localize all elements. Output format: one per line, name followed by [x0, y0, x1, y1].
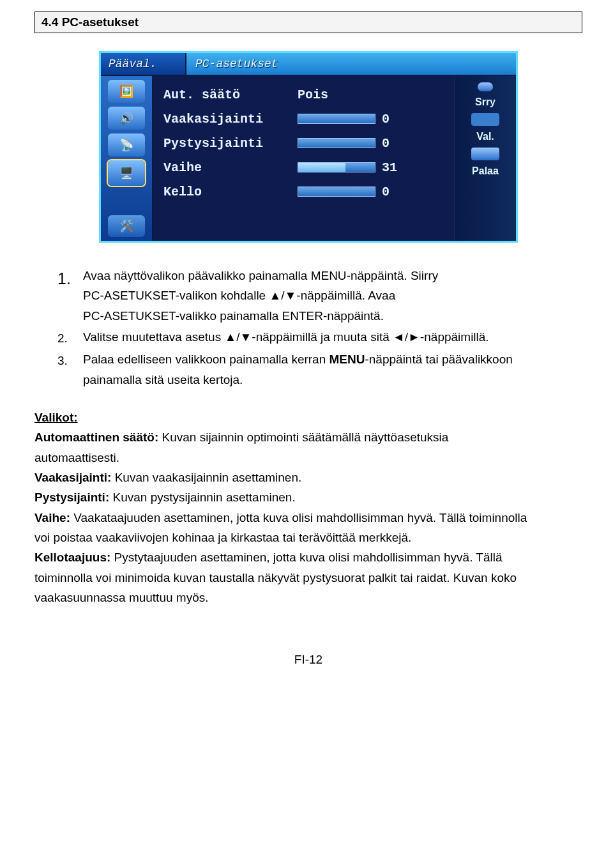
instruction-text: PC-ASETUKSET-valikon kohdalle ▲/▼-näppäi… — [83, 289, 395, 302]
slider-icon — [298, 138, 375, 148]
setting-row-vpos[interactable]: Pystysijainti 0 — [163, 131, 450, 155]
options-descriptions: Valikot: Automaattinen säätö: Kuvan sija… — [34, 407, 582, 607]
slider-icon — [298, 114, 375, 124]
step-number: 1. — [57, 266, 72, 326]
setting-value: 0 — [382, 112, 390, 126]
option-name: Vaihe: — [34, 511, 70, 524]
menu-button-icon — [471, 148, 499, 160]
setting-value: Pois — [298, 88, 328, 102]
option-desc: Kuvan vaakasijainnin asettaminen. — [111, 471, 301, 484]
instruction-list: 1. Avaa näyttövalikon päävalikko painama… — [34, 266, 582, 390]
page-number: FI-12 — [34, 653, 582, 667]
option-desc: toiminnolla voi minimoida kuvan taustall… — [34, 571, 517, 584]
instruction-text: PC-ASETUKSET-valikko painamalla ENTER-nä… — [83, 309, 384, 323]
option-desc: vaakasuunnassa muuttuu myös. — [34, 591, 209, 604]
instruction-text: Palaa edelliseen valikkoon painamalla ke… — [83, 353, 329, 366]
legend-scroll: Srry — [475, 96, 496, 108]
scroll-icon — [478, 82, 493, 91]
setting-value: 0 — [382, 185, 390, 199]
option-name: Vaakasijainti: — [34, 471, 111, 484]
osd-legend: Srry Val. Palaa — [454, 76, 516, 241]
setting-label: Vaakasijainti — [163, 112, 298, 126]
setting-row-phase[interactable]: Vaihe 31 — [163, 155, 450, 179]
option-name: Kellotaajuus: — [34, 551, 110, 564]
option-name: Pystysijainti: — [34, 491, 109, 504]
osd-header-left: Pääval. — [101, 57, 185, 70]
instruction-text: painamalla sitä useita kertoja. — [83, 373, 243, 386]
instruction-text: Avaa näyttövalikon päävalikko painamalla… — [83, 269, 438, 282]
option-name: Automaattinen säätö: — [34, 430, 158, 444]
step-number: 2. — [57, 327, 72, 348]
setting-value: 0 — [382, 136, 390, 151]
option-desc: Kuvan sijainnin optimointi säätämällä nä… — [158, 430, 448, 444]
picture-icon[interactable]: 🖼️ — [108, 80, 145, 103]
sound-icon[interactable]: 🔊 — [108, 107, 145, 130]
step-number: 3. — [57, 349, 72, 390]
setting-label: Vaihe — [163, 160, 298, 175]
slider-icon — [298, 187, 375, 197]
setting-row-hpos[interactable]: Vaakasijainti 0 — [163, 107, 450, 131]
settings-icon[interactable]: 🛠️ — [108, 215, 145, 237]
osd-screenshot: Pääval. PC-asetukset 🖼️ 🔊 📡 🖥️ 🛠️ Aut. s… — [34, 51, 582, 243]
valikot-heading: Valikot: — [34, 411, 78, 424]
osd-sidebar: 🖼️ 🔊 📡 🖥️ 🛠️ — [101, 76, 153, 241]
setting-label: Aut. säätö — [163, 88, 298, 102]
section-heading: 4.4 PC-asetukset — [34, 11, 582, 33]
left-right-icon — [471, 113, 499, 126]
legend-select: Val. — [476, 131, 494, 142]
pc-icon[interactable]: 🖥️ — [108, 160, 145, 186]
osd-settings-list: Aut. säätö Pois Vaakasijainti 0 Pystysij… — [153, 76, 454, 241]
setting-row-clock[interactable]: Kello 0 — [163, 179, 450, 204]
instruction-text: Valitse muutettava asetus ▲/▼-näppäimill… — [83, 330, 489, 344]
osd-header-title: PC-asetukset — [185, 53, 516, 75]
setting-row-auto[interactable]: Aut. säätö Pois — [163, 82, 450, 107]
setting-label: Pystysijainti — [163, 136, 298, 151]
option-desc: automaattisesti. — [34, 451, 119, 464]
option-desc: Pystytaajuuden asettaminen, jotta kuva o… — [110, 551, 502, 564]
setting-label: Kello — [163, 185, 298, 199]
slider-icon — [298, 162, 375, 172]
option-desc: voi poistaa vaakaviivojen kohinaa ja kir… — [34, 531, 411, 544]
menu-key: MENU — [329, 353, 365, 366]
option-desc: Vaakataajuuden asettaminen, jotta kuva o… — [70, 511, 527, 524]
channel-icon[interactable]: 📡 — [108, 133, 145, 156]
legend-back: Palaa — [472, 165, 499, 177]
setting-value: 31 — [382, 160, 397, 175]
option-desc: Kuvan pystysijainnin asettaminen. — [109, 491, 296, 504]
instruction-text: -näppäintä tai päävalikkoon — [365, 353, 512, 366]
